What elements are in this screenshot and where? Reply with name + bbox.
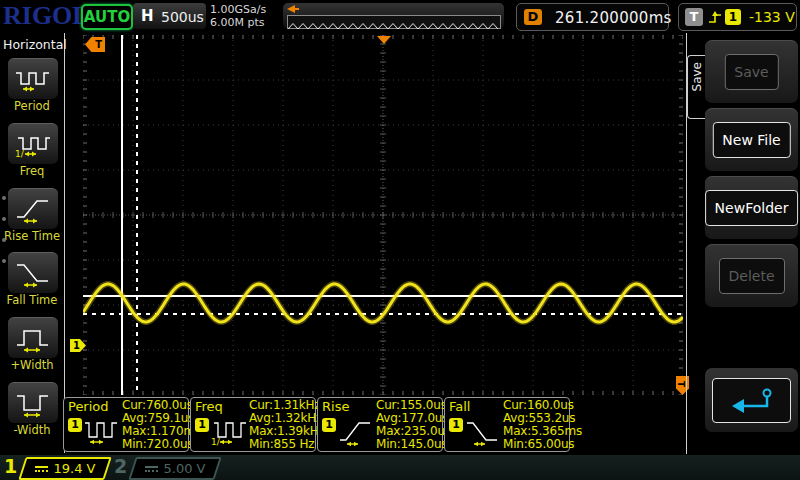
channel1-number: 1 <box>4 455 17 477</box>
graticule-area: T 1 T <box>83 35 683 395</box>
softkey-block: NewFolder <box>705 176 798 239</box>
dc-coupling-icon <box>35 465 48 473</box>
return-button[interactable] <box>712 378 791 423</box>
measure-item-fall-time[interactable] <box>8 252 58 293</box>
measurement-panel-freq: Freq 1 1/ Cur:1.31kHz Avg:1.32kHz Max:1.… <box>190 397 316 452</box>
panel-title: Fall <box>449 399 470 414</box>
return-arrow-icon <box>728 386 776 416</box>
minus-width-icon <box>15 388 51 418</box>
panel-values: Cur:155.0us Avg:177.0us Max:235.0us Min:… <box>376 399 451 451</box>
preview-waveform <box>288 21 498 31</box>
value-min: Min:855 Hz <box>249 438 325 451</box>
menu-scroll-dot <box>2 259 6 263</box>
measure-item-plus-width[interactable] <box>8 317 58 358</box>
rise-time-icon <box>15 194 51 224</box>
panel-title: Period <box>68 399 109 414</box>
delay-value: 261.200000ms <box>555 9 672 27</box>
memory-depth: 6.00M pts <box>210 16 266 29</box>
rise-time-icon <box>338 415 374 447</box>
period-icon <box>15 64 51 94</box>
delay-badge: D <box>524 9 542 25</box>
save-button[interactable]: Save <box>724 54 778 90</box>
measurement-panel-rise: Rise 1 Cur:155.0us Avg:177.0us Max:235.0… <box>317 397 443 452</box>
panel-title: Rise <box>322 399 349 414</box>
panel-channel-badge: 1 <box>322 418 336 432</box>
timebase-value: 500us <box>161 9 204 25</box>
measure-item-minus-width[interactable] <box>8 382 58 423</box>
measure-item-period-label: Period <box>0 99 64 113</box>
top-status-bar: RIGOL AUTO H 500us 1.00GSa/s 6.00M pts D… <box>0 0 800 33</box>
svg-text:1/: 1/ <box>15 149 25 159</box>
panel-title: Freq <box>195 399 223 414</box>
measure-item-freq[interactable]: 1/ <box>8 123 58 164</box>
measure-item-freq-label: Freq <box>0 164 64 178</box>
preview-trigger-tail <box>295 8 299 10</box>
channel1-waveform <box>83 35 683 395</box>
channel2-scale: 5.00 V <box>164 461 206 476</box>
rigol-logo: RIGOL <box>3 1 90 31</box>
fall-time-icon <box>15 258 51 288</box>
left-measure-menu: Horizontal Period 1/ Freq <box>0 33 65 453</box>
period-icon <box>84 415 120 447</box>
panel-channel-badge: 1 <box>195 418 209 432</box>
freq-icon: 1/ <box>15 129 51 159</box>
acquisition-info: 1.00GSa/s 6.00M pts <box>210 3 266 29</box>
delete-button[interactable]: Delete <box>719 258 785 294</box>
preview-trigger-offleft-icon <box>287 5 295 13</box>
trigger-slope-icon <box>707 8 723 26</box>
softkey-block: Save <box>705 40 798 103</box>
channel-status-bar: 1 19.4 V 2 5.00 V <box>0 455 800 480</box>
new-file-button[interactable]: New File <box>712 122 790 158</box>
measurement-panel-period: Period 1 Cur:760.0us Avg:759.1us Max:1.1… <box>63 397 189 452</box>
value-min: Min:65.00us <box>503 438 582 451</box>
run-status-badge: AUTO <box>81 4 133 30</box>
waveform-preview-bar[interactable] <box>283 3 504 29</box>
measure-item-minus-width-label: -Width <box>0 423 64 437</box>
oscilloscope-screen: RIGOL AUTO H 500us 1.00GSa/s 6.00M pts D… <box>0 0 800 480</box>
right-menu-tab-title: Save <box>690 62 704 91</box>
sample-rate: 1.00GSa/s <box>210 3 266 16</box>
channel1-scale: 19.4 V <box>54 461 96 476</box>
channel2-scale-box: 5.00 V <box>128 457 221 480</box>
panel-channel-badge: 1 <box>68 418 82 432</box>
measure-item-fall-time-label: Fall Time <box>0 293 64 307</box>
trigger-badge: T <box>685 8 703 26</box>
svg-text:1/: 1/ <box>211 437 221 447</box>
value-min: Min:145.0us <box>376 438 451 451</box>
trigger-channel-badge: 1 <box>725 9 741 25</box>
menu-scroll-dot <box>2 217 6 221</box>
measurement-panel-fall: Fall 1 Cur:160.0us Avg:553.2us Max:5.365… <box>444 397 570 452</box>
dc-coupling-icon <box>145 465 158 473</box>
trigger-box[interactable]: T 1 -133 V <box>678 3 797 31</box>
menu-scroll-dot <box>2 238 6 242</box>
panel-values: Cur:160.0us Avg:553.2us Max:5.365ms Min:… <box>503 399 582 451</box>
preview-window <box>287 15 501 29</box>
channel2-number: 2 <box>114 455 127 477</box>
measure-item-plus-width-label: +Width <box>0 358 64 372</box>
softkey-block: New File <box>705 108 798 171</box>
trigger-level-value: -133 V <box>749 9 795 25</box>
plus-width-icon <box>15 323 51 353</box>
trigger-position-marker <box>377 36 391 44</box>
measure-item-period[interactable] <box>8 58 58 99</box>
softkey-block <box>705 368 798 432</box>
horizontal-timebase-box[interactable]: H 500us <box>133 3 206 29</box>
right-menu-tab: Save <box>687 55 705 119</box>
measure-item-rise-time-label: Rise Time <box>0 229 64 243</box>
new-folder-button[interactable]: NewFolder <box>705 190 799 226</box>
menu-scroll-dot <box>2 196 6 200</box>
freq-icon: 1/ <box>211 415 247 447</box>
measure-item-rise-time[interactable] <box>8 188 58 229</box>
softkey-block: Delete <box>705 244 798 307</box>
delay-box[interactable]: D 261.200000ms <box>516 3 669 31</box>
panel-values: Cur:1.31kHz Avg:1.32kHz Max:1.39kHz Min:… <box>249 399 325 451</box>
fall-time-icon <box>465 415 501 447</box>
timebase-label: H <box>141 7 154 25</box>
panel-channel-badge: 1 <box>449 418 463 432</box>
measure-menu-title: Horizontal <box>3 37 67 52</box>
channel1-scale-box: 19.4 V <box>18 457 111 480</box>
